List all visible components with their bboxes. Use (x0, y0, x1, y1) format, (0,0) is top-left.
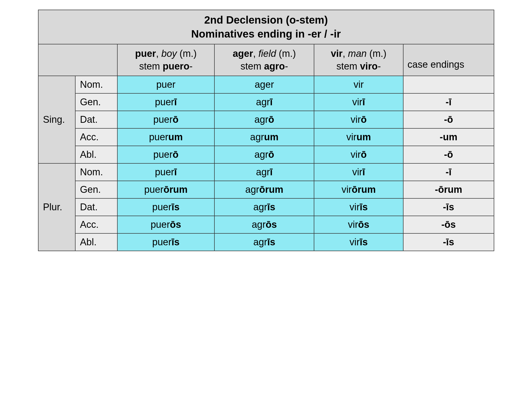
form-cell: virī (314, 163, 403, 181)
case-label: Acc. (75, 216, 117, 233)
ending-cell: -um (403, 128, 494, 146)
form-cell: agrīs (214, 198, 314, 216)
col-header-vir: vir, man (m.) stem viro- (314, 44, 403, 76)
form-cell: agrōs (214, 216, 314, 233)
form-cell: agrum (214, 128, 314, 146)
ending-cell: -ō (403, 111, 494, 128)
table-row: Dat. puerīs agrīs virīs -īs (38, 198, 494, 216)
column-header-row: puer, boy (m.) stem puero- ager, field (… (38, 44, 494, 76)
ending-cell: -ī (403, 93, 494, 111)
case-label: Dat. (75, 198, 117, 216)
ending-cell: -ōs (403, 216, 494, 233)
case-label: Abl. (75, 146, 117, 163)
form-cell: agrō (214, 146, 314, 163)
table-row: Gen. puerī agrī virī -ī (38, 93, 494, 111)
form-cell: puerō (117, 111, 215, 128)
case-label: Nom. (75, 163, 117, 181)
form-cell: puerōrum (117, 181, 215, 198)
form-cell: puerīs (117, 233, 215, 251)
ending-cell (403, 76, 494, 93)
col-header-endings: case endings (403, 44, 494, 76)
form-cell: agrōrum (214, 181, 314, 198)
ending-cell: -ōrum (403, 181, 494, 198)
ending-cell: -ī (403, 163, 494, 181)
form-cell: puer (117, 76, 215, 93)
case-label: Nom. (75, 76, 117, 93)
table-row: Sing. Nom. puer ager vir (38, 76, 494, 93)
form-cell: virī (314, 93, 403, 111)
form-cell: vir (314, 76, 403, 93)
table-row: Plur. Nom. puerī agrī virī -ī (38, 163, 494, 181)
ending-cell: -ō (403, 146, 494, 163)
form-cell: agrī (214, 93, 314, 111)
title-line-1: 2nd Declension (o-stem) (204, 14, 328, 26)
number-sing: Sing. (38, 76, 75, 163)
form-cell: virīs (314, 233, 403, 251)
table-row: Dat. puerō agrō virō -ō (38, 111, 494, 128)
form-cell: puerīs (117, 198, 215, 216)
table-row: Acc. puerōs agrōs virōs -ōs (38, 216, 494, 233)
table-row: Acc. puerum agrum virum -um (38, 128, 494, 146)
form-cell: agrī (214, 163, 314, 181)
table-row: Abl. puerīs agrīs virīs -īs (38, 233, 494, 251)
form-cell: virōrum (314, 181, 403, 198)
col-header-ager: ager, field (m.) stem agro- (214, 44, 314, 76)
form-cell: virō (314, 146, 403, 163)
table-row: Abl. puerō agrō virō -ō (38, 146, 494, 163)
blank-header (38, 44, 117, 76)
form-cell: puerō (117, 146, 215, 163)
declension-table: 2nd Declension (o-stem) Nominatives endi… (38, 10, 494, 251)
case-label: Gen. (75, 93, 117, 111)
form-cell: virīs (314, 198, 403, 216)
ending-cell: -īs (403, 233, 494, 251)
form-cell: puerum (117, 128, 215, 146)
form-cell: agrō (214, 111, 314, 128)
form-cell: puerōs (117, 216, 215, 233)
case-label: Dat. (75, 111, 117, 128)
case-label: Acc. (75, 128, 117, 146)
col-header-puer: puer, boy (m.) stem puero- (117, 44, 215, 76)
case-label: Abl. (75, 233, 117, 251)
form-cell: virum (314, 128, 403, 146)
form-cell: virō (314, 111, 403, 128)
form-cell: puerī (117, 163, 215, 181)
table-title: 2nd Declension (o-stem) Nominatives endi… (38, 10, 494, 44)
number-plur: Plur. (38, 163, 75, 251)
case-label: Gen. (75, 181, 117, 198)
title-row: 2nd Declension (o-stem) Nominatives endi… (38, 10, 494, 44)
title-line-2: Nominatives ending in -er / -ir (191, 28, 341, 40)
form-cell: ager (214, 76, 314, 93)
form-cell: puerī (117, 93, 215, 111)
form-cell: virōs (314, 216, 403, 233)
form-cell: agrīs (214, 233, 314, 251)
table-row: Gen. puerōrum agrōrum virōrum -ōrum (38, 181, 494, 198)
ending-cell: -īs (403, 198, 494, 216)
